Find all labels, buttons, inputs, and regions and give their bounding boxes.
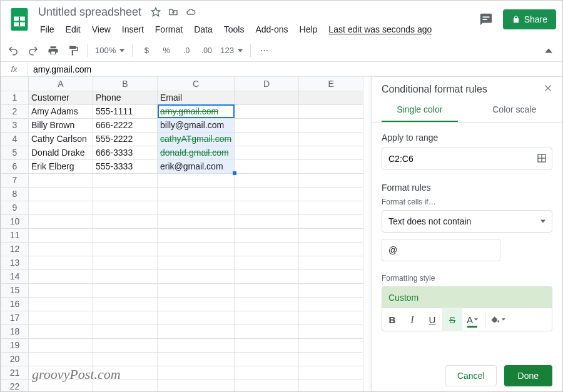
cell-D21[interactable]	[235, 366, 299, 379]
cell-C22[interactable]	[158, 379, 235, 391]
cell-D12[interactable]	[235, 242, 299, 256]
menu-tools[interactable]: Tools	[220, 22, 249, 37]
increase-decimal-button[interactable]: .00	[200, 44, 213, 57]
style-preview[interactable]: Custom	[382, 286, 552, 308]
cell-C1[interactable]: Email	[158, 91, 235, 104]
cell-C16[interactable]	[158, 297, 235, 311]
cell-C2[interactable]: amy.gmail.com	[158, 104, 235, 118]
cell-C6[interactable]: erik@gmail.com	[158, 159, 235, 173]
cell-E18[interactable]	[299, 324, 363, 338]
menu-edit[interactable]: Edit	[61, 22, 85, 37]
cell-D6[interactable]	[235, 159, 299, 173]
cell-B11[interactable]	[93, 228, 158, 242]
cell-E11[interactable]	[299, 228, 363, 242]
tab-color-scale[interactable]: Color scale	[477, 104, 553, 123]
cell-A20[interactable]	[29, 352, 93, 366]
cell-E20[interactable]	[299, 352, 363, 366]
row-header-5[interactable]: 5	[1, 146, 29, 159]
cell-D8[interactable]	[235, 187, 299, 201]
cell-E19[interactable]	[299, 338, 363, 352]
cell-E2[interactable]	[299, 104, 363, 118]
cell-C8[interactable]	[158, 187, 235, 201]
cell-A12[interactable]	[29, 242, 93, 256]
document-title[interactable]: Untitled spreadsheet	[36, 4, 144, 20]
menu-file[interactable]: File	[36, 22, 59, 37]
selection-handle[interactable]	[233, 171, 236, 175]
row-header-14[interactable]: 14	[1, 269, 29, 283]
cell-C17[interactable]	[158, 311, 235, 324]
cell-A4[interactable]: Cathy Carlson	[29, 132, 93, 146]
cell-B14[interactable]	[93, 269, 158, 283]
cell-A3[interactable]: Billy Brown	[29, 118, 93, 132]
cell-E7[interactable]	[299, 173, 363, 187]
cell-A19[interactable]	[29, 338, 93, 352]
number-format-select[interactable]: 123	[220, 46, 243, 55]
undo-icon[interactable]	[7, 44, 19, 57]
cell-B3[interactable]: 666-2222	[93, 118, 158, 132]
formula-input[interactable]	[28, 62, 562, 76]
cell-D7[interactable]	[235, 173, 299, 187]
row-header-16[interactable]: 16	[1, 297, 29, 311]
fill-color-button[interactable]	[488, 308, 508, 331]
cell-B1[interactable]: Phone	[93, 91, 158, 104]
cell-A6[interactable]: Erik Elberg	[29, 159, 93, 173]
cell-A16[interactable]	[29, 297, 93, 311]
cell-B5[interactable]: 666-3333	[93, 146, 158, 159]
text-color-button[interactable]: A	[462, 308, 482, 331]
menu-help[interactable]: Help	[295, 22, 322, 37]
menu-insert[interactable]: Insert	[118, 22, 148, 37]
row-header-20[interactable]: 20	[1, 352, 29, 366]
condition-value-input[interactable]: @	[388, 245, 397, 255]
sheets-logo[interactable]	[7, 7, 32, 32]
cell-E8[interactable]	[299, 187, 363, 201]
cell-C5[interactable]: donald.gmail.com	[158, 146, 235, 159]
close-icon[interactable]	[544, 84, 552, 95]
cell-B20[interactable]	[93, 352, 158, 366]
cell-E15[interactable]	[299, 283, 363, 297]
cell-B4[interactable]: 555-2222	[93, 132, 158, 146]
percent-button[interactable]: %	[160, 44, 173, 57]
currency-button[interactable]: $	[140, 44, 153, 57]
cell-B19[interactable]	[93, 338, 158, 352]
cell-B12[interactable]	[93, 242, 158, 256]
star-icon[interactable]	[150, 6, 161, 18]
italic-button[interactable]: I	[402, 308, 422, 331]
row-header-8[interactable]: 8	[1, 187, 29, 201]
cell-A18[interactable]	[29, 324, 93, 338]
cell-B13[interactable]	[93, 256, 158, 269]
row-header-11[interactable]: 11	[1, 228, 29, 242]
menu-format[interactable]: Format	[151, 22, 187, 37]
cell-D10[interactable]	[235, 214, 299, 228]
cell-C11[interactable]	[158, 228, 235, 242]
cell-D18[interactable]	[235, 324, 299, 338]
cell-E16[interactable]	[299, 297, 363, 311]
cell-D16[interactable]	[235, 297, 299, 311]
done-button[interactable]: Done	[504, 365, 552, 386]
cell-E14[interactable]	[299, 269, 363, 283]
cell-E5[interactable]	[299, 146, 363, 159]
row-header-4[interactable]: 4	[1, 132, 29, 146]
cell-B9[interactable]	[93, 201, 158, 214]
cell-D11[interactable]	[235, 228, 299, 242]
spreadsheet-grid[interactable]: ABCDE1CustomerPhoneEmail2Amy Adams555-11…	[1, 77, 371, 391]
cell-C12[interactable]	[158, 242, 235, 256]
cell-A11[interactable]	[29, 228, 93, 242]
column-header-B[interactable]: B	[93, 77, 158, 91]
cell-E10[interactable]	[299, 214, 363, 228]
cell-B15[interactable]	[93, 283, 158, 297]
bold-button[interactable]: B	[382, 308, 402, 331]
cell-A15[interactable]	[29, 283, 93, 297]
column-header-E[interactable]: E	[299, 77, 363, 91]
cell-C21[interactable]	[158, 366, 235, 379]
range-input[interactable]	[387, 153, 537, 164]
cell-E13[interactable]	[299, 256, 363, 269]
cell-E9[interactable]	[299, 201, 363, 214]
row-header-2[interactable]: 2	[1, 104, 29, 118]
cell-A9[interactable]	[29, 201, 93, 214]
cell-D2[interactable]	[235, 104, 299, 118]
zoom-select[interactable]: 100%	[95, 46, 124, 55]
row-header-17[interactable]: 17	[1, 311, 29, 324]
column-header-A[interactable]: A	[29, 77, 93, 91]
row-header-15[interactable]: 15	[1, 283, 29, 297]
redo-icon[interactable]	[27, 44, 39, 57]
